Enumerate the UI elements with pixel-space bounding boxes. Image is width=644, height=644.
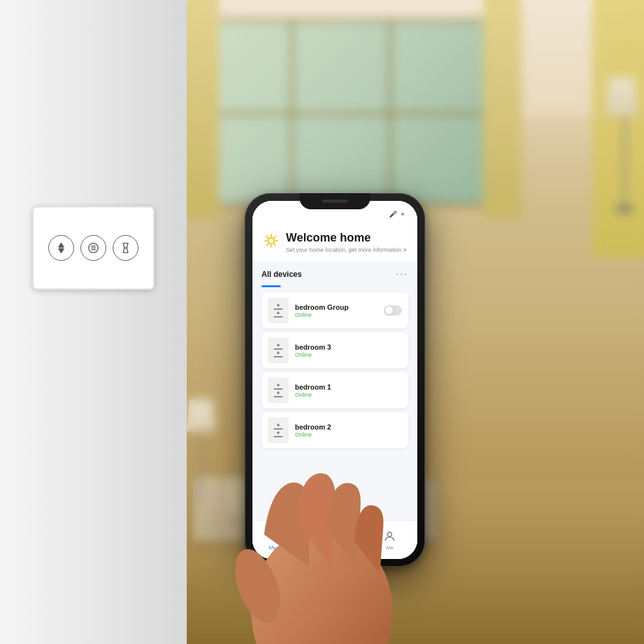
more-link[interactable]: > — [403, 247, 406, 253]
svg-marker-1 — [59, 249, 63, 253]
device-icon-4 — [268, 417, 289, 443]
svg-line-14 — [274, 244, 276, 245]
device-status-4: Online — [295, 431, 402, 438]
device-item-1[interactable]: bedroom Group Online — [261, 292, 408, 328]
hand — [225, 470, 419, 644]
svg-line-16 — [267, 244, 268, 245]
plus-icon[interactable]: + — [401, 211, 404, 218]
notch-speaker — [322, 200, 348, 203]
devices-header: All devices ··· — [261, 269, 408, 280]
device-info-4: bedroom 2 Online — [295, 423, 402, 438]
svg-marker-0 — [59, 243, 63, 247]
svg-line-13 — [267, 236, 268, 238]
phone-notch — [299, 193, 370, 209]
welcome-section: Welcome home Set your home location, get… — [263, 231, 407, 253]
device-icon-3 — [268, 377, 289, 403]
device-info-2: bedroom 3 Online — [295, 343, 402, 358]
welcome-title: Welcome home — [286, 231, 406, 245]
switch-btn-1[interactable] — [48, 235, 74, 261]
svg-point-8 — [268, 238, 274, 244]
background: 🎤 + — [0, 0, 644, 644]
device-icon-2 — [268, 337, 289, 363]
welcome-subtitle: Set your home location, get more informa… — [286, 247, 406, 253]
device-list: bedroom Group Online — [261, 292, 408, 448]
devices-section: All devices ··· — [252, 261, 417, 448]
device-name-4: bedroom 2 — [295, 423, 402, 431]
device-item-4[interactable]: bedroom 2 Online — [261, 412, 408, 448]
device-status-3: Online — [295, 392, 402, 398]
app-header: Welcome home Set your home location, get… — [252, 223, 417, 261]
device-icon-1 — [268, 298, 289, 323]
device-toggle-1[interactable] — [384, 305, 402, 316]
welcome-text: Welcome home Set your home location, get… — [286, 231, 406, 253]
device-info-1: bedroom Group Online — [295, 303, 377, 318]
device-status-2: Online — [295, 352, 402, 358]
devices-title: All devices — [261, 270, 302, 279]
device-name-2: bedroom 3 — [295, 343, 402, 351]
device-item-2[interactable]: bedroom 3 Online — [261, 332, 408, 368]
device-item-3[interactable]: bedroom 1 Online — [261, 372, 408, 408]
status-icons: 🎤 + — [389, 211, 404, 218]
switch-btn-3[interactable] — [113, 235, 138, 261]
device-name-3: bedroom 1 — [295, 383, 402, 391]
device-info-3: bedroom 1 Online — [295, 383, 402, 398]
switch-btn-2[interactable] — [80, 235, 106, 261]
device-name-1: bedroom Group — [295, 303, 377, 311]
phone-hand-group: 🎤 + — [245, 193, 489, 644]
mic-icon[interactable]: 🎤 — [389, 211, 397, 218]
devices-more-icon[interactable]: ··· — [396, 269, 408, 280]
svg-line-15 — [274, 236, 276, 238]
left-wall — [0, 0, 187, 644]
device-status-1: Online — [295, 312, 377, 318]
wall-switch — [32, 206, 155, 290]
sun-icon — [263, 232, 279, 253]
devices-underline — [261, 285, 281, 287]
